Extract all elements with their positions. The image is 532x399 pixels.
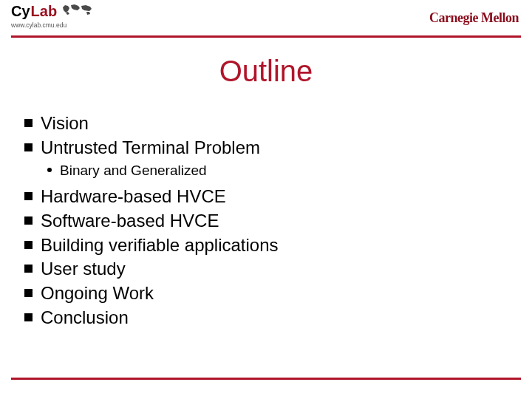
carnegie-mellon-wordmark: Carnegie Mellon [429, 10, 519, 26]
divider-top [11, 35, 521, 38]
list-item: Hardware-based HVCE [24, 185, 517, 208]
slide-header: CyLab www.cylab.cmu.edu Carnegie Mell [0, 0, 532, 34]
outline-list: Vision Untrusted Terminal Problem Binary… [24, 112, 517, 329]
logo-lab: Lab [31, 3, 58, 20]
list-item: Ongoing Work [24, 282, 517, 305]
logo-cy: Cy [11, 3, 30, 20]
list-item: Vision [24, 112, 517, 135]
slide-body: Vision Untrusted Terminal Problem Binary… [24, 112, 517, 330]
logo-url: www.cylab.cmu.edu [11, 21, 94, 29]
list-item: User study [24, 258, 517, 281]
list-item: Building verifiable applications [24, 234, 517, 257]
list-item: Conclusion [24, 307, 517, 330]
world-map-icon [61, 3, 94, 19]
list-subitem: Binary and Generalized [24, 162, 517, 180]
list-item: Untrusted Terminal Problem [24, 137, 517, 160]
slide: CyLab www.cylab.cmu.edu Carnegie Mell [0, 0, 532, 399]
cylab-logo-text: CyLab [11, 3, 94, 21]
divider-bottom [11, 378, 521, 380]
cylab-logo: CyLab www.cylab.cmu.edu [11, 3, 94, 33]
slide-title: Outline [0, 55, 532, 88]
list-item: Software-based HVCE [24, 210, 517, 233]
